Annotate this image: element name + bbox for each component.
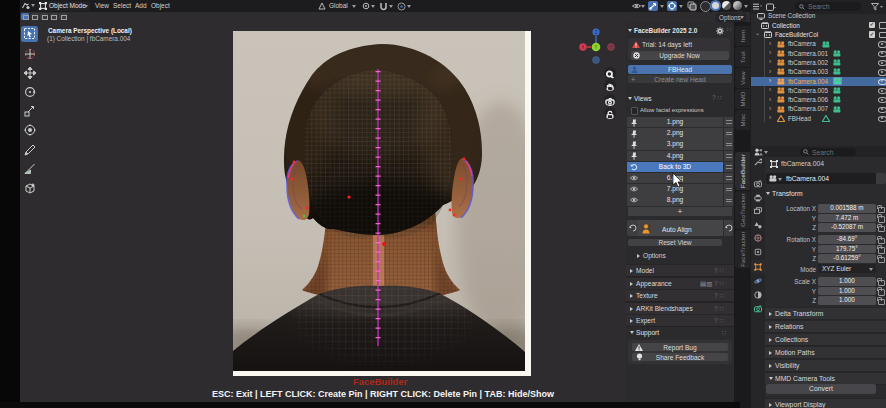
svg-text:X: X <box>581 45 584 50</box>
svg-text:Z: Z <box>595 30 598 35</box>
svg-text:Y: Y <box>594 45 597 50</box>
